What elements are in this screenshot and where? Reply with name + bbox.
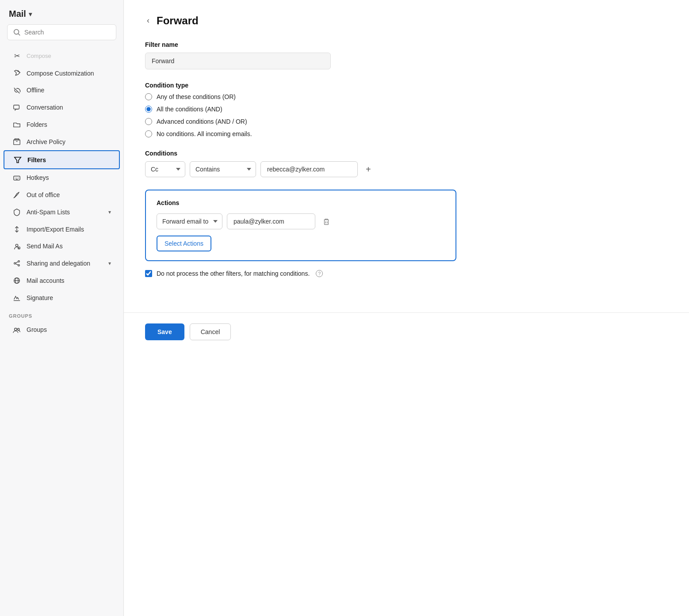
delete-action-button[interactable]	[320, 215, 333, 228]
trash-icon	[322, 217, 330, 225]
condition-operator-select[interactable]: Contains Does not contain Is Is not Star…	[190, 161, 256, 177]
sidebar-item-hotkeys[interactable]: Hotkeys	[4, 169, 120, 186]
sidebar-item-compose-customization[interactable]: Compose Customization	[4, 65, 120, 82]
svg-rect-4	[14, 105, 19, 109]
svg-point-16	[14, 263, 16, 265]
radio-and[interactable]: All the conditions (AND)	[145, 106, 456, 113]
sidebar-item-sharing-delegation[interactable]: Sharing and delegation ▾	[4, 255, 120, 272]
sidebar-item-filters-label: Filters	[27, 156, 110, 164]
radio-none[interactable]: No conditions. All incoming emails.	[145, 130, 456, 137]
sidebar-item-folders[interactable]: Folders	[4, 116, 120, 133]
no-process-checkbox[interactable]	[145, 270, 152, 277]
sidebar-item-folders-label: Folders	[27, 121, 111, 128]
hotkeys-icon	[12, 174, 21, 182]
compose-icon: ✂	[12, 52, 21, 60]
svg-point-25	[15, 328, 17, 330]
actions-box-title: Actions	[157, 199, 445, 206]
sidebar-item-signature-label: Signature	[27, 294, 111, 301]
sidebar-item-offline-label: Offline	[27, 87, 111, 94]
conversation-icon	[12, 103, 21, 112]
groups-section-label: GROUPS	[0, 306, 123, 321]
sidebar-item-compose-truncated[interactable]: ✂ Compose	[4, 47, 120, 65]
sidebar-item-send-mail-as[interactable]: Send Mail As	[4, 238, 120, 255]
radio-and-input[interactable]	[145, 106, 152, 113]
sidebar-item-import-export-label: Import/Export Emails	[27, 226, 111, 233]
sidebar-item-out-of-office[interactable]: Out of office	[4, 186, 120, 204]
sidebar-item-import-export[interactable]: Import/Export Emails	[4, 221, 120, 238]
help-icon[interactable]: ?	[316, 270, 323, 277]
sharing-delegation-chevron: ▾	[108, 260, 111, 266]
svg-point-26	[17, 328, 19, 331]
groups-icon	[12, 326, 21, 334]
filter-name-input[interactable]	[145, 53, 331, 69]
app-title[interactable]: Mail ▾	[0, 0, 123, 24]
condition-type-section: Condition type Any of these conditions (…	[145, 82, 456, 137]
footer-buttons: Save Cancel	[124, 312, 689, 351]
radio-none-input[interactable]	[145, 130, 152, 137]
sidebar-item-signature[interactable]: Signature	[4, 289, 120, 306]
send-mail-as-icon	[12, 242, 21, 251]
sidebar-item-filters[interactable]: Filters	[4, 150, 120, 169]
condition-type-radio-group: Any of these conditions (OR) All the con…	[145, 93, 456, 137]
sharing-delegation-icon	[12, 259, 21, 268]
sidebar-item-offline[interactable]: Offline	[4, 82, 120, 99]
select-actions-button[interactable]: Select Actions	[157, 236, 211, 251]
filter-name-section: Filter name	[145, 41, 456, 69]
conditions-row: Cc From To Subject Body Contains Does no…	[145, 161, 456, 177]
conditions-label: Conditions	[145, 150, 456, 157]
anti-spam-icon	[12, 208, 21, 216]
sidebar-item-mail-accounts[interactable]: Mail accounts	[4, 272, 120, 289]
sidebar-item-hotkeys-label: Hotkeys	[27, 174, 111, 181]
radio-advanced[interactable]: Advanced conditions (AND / OR)	[145, 118, 456, 125]
sidebar-item-archive-policy[interactable]: Archive Policy	[4, 133, 120, 150]
back-button[interactable]: ‹	[145, 14, 151, 27]
sidebar-item-anti-spam[interactable]: Anti-Spam Lists ▾	[4, 203, 120, 221]
filters-icon	[13, 156, 22, 164]
import-export-icon	[12, 225, 21, 233]
condition-value-input[interactable]	[260, 161, 358, 177]
sidebar-item-anti-spam-label: Anti-Spam Lists	[27, 209, 103, 216]
radio-advanced-input[interactable]	[145, 118, 152, 125]
page-header: ‹ Forward	[145, 14, 456, 27]
radio-or-label: Any of these conditions (OR)	[157, 93, 236, 100]
checkbox-row: Do not process the other filters, for ma…	[145, 270, 456, 277]
action-type-select[interactable]: Forward email to Mark as read Move to fo…	[157, 213, 222, 229]
sidebar-item-sharing-delegation-label: Sharing and delegation	[27, 260, 103, 267]
svg-rect-27	[325, 220, 329, 224]
radio-none-label: No conditions. All incoming emails.	[157, 130, 252, 137]
action-email-input[interactable]	[227, 213, 315, 229]
svg-point-17	[18, 261, 20, 262]
svg-line-1	[18, 34, 20, 35]
sidebar-item-archive-policy-label: Archive Policy	[27, 138, 111, 145]
signature-icon	[12, 293, 21, 302]
add-condition-button[interactable]: +	[362, 163, 375, 175]
radio-or-input[interactable]	[145, 93, 152, 100]
sidebar-item-conversation-label: Conversation	[27, 104, 111, 111]
sidebar-item-conversation[interactable]: Conversation	[4, 99, 120, 116]
svg-point-14	[15, 244, 18, 246]
filter-name-label: Filter name	[145, 41, 456, 48]
app-title-chevron: ▾	[29, 11, 32, 18]
condition-field-select[interactable]: Cc From To Subject Body	[145, 161, 185, 177]
sidebar-item-groups[interactable]: Groups	[4, 321, 120, 338]
save-button[interactable]: Save	[145, 323, 184, 340]
sidebar: Mail ▾ ✂ Compose Compose Customization	[0, 0, 124, 616]
page-title: Forward	[157, 15, 199, 27]
compose-customization-icon	[12, 69, 21, 77]
app-title-text: Mail	[9, 9, 26, 19]
search-input[interactable]	[24, 29, 111, 36]
cancel-button[interactable]: Cancel	[190, 323, 231, 340]
sidebar-item-send-mail-as-label: Send Mail As	[27, 243, 111, 250]
svg-rect-5	[14, 140, 20, 145]
search-icon	[13, 28, 21, 36]
radio-advanced-label: Advanced conditions (AND / OR)	[157, 118, 247, 125]
offline-icon	[12, 86, 21, 95]
actions-row: Forward email to Mark as read Move to fo…	[157, 213, 445, 229]
svg-point-18	[18, 265, 20, 266]
radio-or[interactable]: Any of these conditions (OR)	[145, 93, 456, 100]
sidebar-item-compose-customization-label: Compose Customization	[27, 70, 111, 77]
search-box	[7, 24, 116, 40]
no-process-label: Do not process the other filters, for ma…	[157, 270, 310, 277]
svg-line-19	[15, 262, 18, 263]
radio-and-label: All the conditions (AND)	[157, 106, 222, 113]
